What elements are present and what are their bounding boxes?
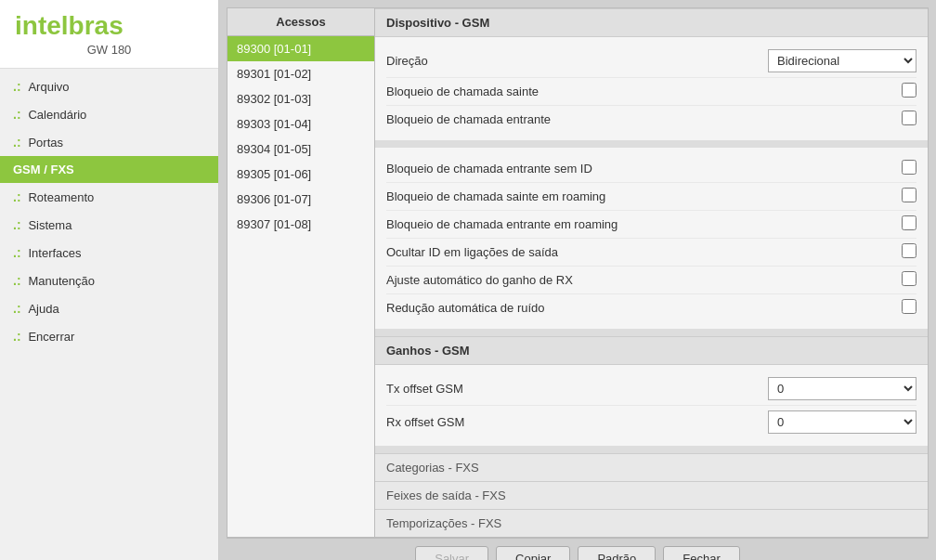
dispositivo-gsm-header: Dispositivo - GSM [375, 8, 928, 37]
logo-area: intelbras GW 180 [0, 0, 218, 69]
sidebar-item-label: Manutenção [28, 274, 95, 288]
feixes-saida-fxs-section[interactable]: Feixes de saída - FXS [375, 481, 928, 509]
sidebar: intelbras GW 180 .: Arquivo .: Calendári… [0, 0, 219, 560]
bloqueio-entrante-control [902, 111, 916, 128]
dispositivo-gsm-section2: Bloqueio de chamada entrante sem ID Bloq… [375, 148, 928, 329]
sidebar-item-label: Ajuda [28, 302, 58, 316]
bloqueio-entrante-row: Bloqueio de chamada entrante [386, 106, 916, 133]
ganhos-gsm-header: Ganhos - GSM [375, 336, 928, 365]
dot-icon: .: [13, 107, 24, 122]
settings-panel: Dispositivo - GSM Direção Bidirecional E… [375, 7, 929, 538]
tx-offset-control: 0 1 2 -1 -2 [768, 377, 916, 400]
inner-panel: Acessos 89300 [01-01] 89301 [01-02] 8930… [227, 7, 929, 538]
direcao-select[interactable]: Bidirecional Entrada Saída [768, 49, 916, 72]
app-container: intelbras GW 180 .: Arquivo .: Calendári… [0, 0, 936, 560]
bloqueio-sainte-roaming-checkbox[interactable] [902, 188, 916, 202]
sidebar-item-roteamento[interactable]: .: Roteamento [0, 183, 218, 211]
nav-menu: .: Arquivo .: Calendário .: Portas GSM /… [0, 69, 218, 560]
ocultar-id-row: Ocultar ID em ligações de saída [386, 239, 916, 267]
bloqueio-sainte-roaming-label: Bloqueio de chamada sainte em roaming [386, 189, 902, 203]
dot-icon: .: [13, 189, 24, 204]
bottom-toolbar: Salvar Copiar Padrão Fechar [227, 538, 929, 560]
copiar-button[interactable]: Copiar [496, 546, 570, 560]
acessos-panel: Acessos 89300 [01-01] 89301 [01-02] 8930… [227, 7, 375, 538]
direcao-control: Bidirecional Entrada Saída [768, 49, 916, 72]
sidebar-item-label: Calendário [28, 108, 86, 122]
ocultar-id-control [902, 243, 916, 261]
dot-icon: .: [13, 301, 24, 316]
categorias-fxs-section[interactable]: Categorias - FXS [375, 453, 928, 481]
sidebar-item-label: Portas [28, 136, 63, 150]
sidebar-item-calendario[interactable]: .: Calendário [0, 100, 218, 128]
fechar-button[interactable]: Fechar [663, 546, 739, 560]
acessos-item-89304[interactable]: 89304 [01-05] [228, 137, 374, 162]
rx-offset-select[interactable]: 0 1 2 -1 -2 [768, 410, 916, 434]
sidebar-item-encerrar[interactable]: .: Encerrar [0, 322, 218, 350]
sidebar-item-arquivo[interactable]: .: Arquivo [0, 72, 218, 100]
bloqueio-entrante-roaming-label: Bloqueio de chamada entrante em roaming [386, 217, 902, 231]
rx-offset-control: 0 1 2 -1 -2 [768, 410, 916, 434]
dot-icon: .: [13, 273, 24, 288]
dot-icon: .: [13, 217, 24, 232]
acessos-item-89307[interactable]: 89307 [01-08] [228, 212, 374, 237]
bloqueio-sainte-label: Bloqueio de chamada sainte [386, 85, 902, 98]
sidebar-item-ajuda[interactable]: .: Ajuda [0, 294, 218, 322]
direcao-row: Direção Bidirecional Entrada Saída [386, 45, 916, 78]
sidebar-item-label: Roteamento [28, 190, 94, 204]
ganhos-gsm-section: Tx offset GSM 0 1 2 -1 -2 [375, 365, 928, 446]
reducao-ruido-checkbox[interactable] [902, 299, 916, 314]
bloqueio-entrante-roaming-row: Bloqueio de chamada entrante em roaming [386, 211, 916, 239]
main-layout: intelbras GW 180 .: Arquivo .: Calendári… [0, 0, 936, 560]
acessos-item-89305[interactable]: 89305 [01-06] [228, 162, 374, 187]
padrao-button[interactable]: Padrão [578, 546, 656, 560]
direcao-label: Direção [386, 54, 768, 68]
rx-offset-row: Rx offset GSM 0 1 2 -1 -2 [386, 406, 916, 438]
reducao-ruido-row: Redução automática de ruído [386, 294, 916, 321]
ocultar-id-checkbox[interactable] [902, 243, 916, 258]
ajuste-ganho-rx-checkbox[interactable] [902, 271, 916, 286]
sidebar-item-label: Sistema [28, 218, 72, 232]
bloqueio-entrante-roaming-checkbox[interactable] [902, 215, 916, 230]
bloqueio-sainte-row: Bloqueio de chamada sainte [386, 78, 916, 106]
spacer1 [375, 140, 928, 148]
bloqueio-sem-id-row: Bloqueio de chamada entrante sem ID [386, 155, 916, 183]
ajuste-ganho-rx-row: Ajuste automático do ganho de RX [386, 267, 916, 294]
temporizacoes-fxs-section[interactable]: Temporizações - FXS [375, 509, 928, 537]
dot-icon: .: [13, 329, 24, 344]
bloqueio-entrante-checkbox[interactable] [902, 111, 916, 125]
bloqueio-sem-id-label: Bloqueio de chamada entrante sem ID [386, 162, 902, 176]
tx-offset-select[interactable]: 0 1 2 -1 -2 [768, 377, 916, 400]
logo-model: GW 180 [15, 43, 203, 57]
acessos-header: Acessos [228, 8, 374, 36]
sidebar-item-manutencao[interactable]: .: Manutenção [0, 267, 218, 294]
dot-icon: .: [13, 245, 24, 260]
bloqueio-entrante-label: Bloqueio de chamada entrante [386, 112, 902, 126]
sidebar-item-label: Arquivo [28, 80, 69, 94]
salvar-button[interactable]: Salvar [415, 546, 488, 560]
sidebar-item-sistema[interactable]: .: Sistema [0, 211, 218, 239]
reducao-ruido-label: Redução automática de ruído [386, 301, 902, 315]
bloqueio-sem-id-checkbox[interactable] [902, 160, 916, 175]
acessos-item-89301[interactable]: 89301 [01-02] [228, 61, 374, 86]
spacer2 [375, 329, 928, 336]
tx-offset-label: Tx offset GSM [386, 382, 768, 396]
bloqueio-sainte-roaming-control [902, 188, 916, 205]
ajuste-ganho-rx-control [902, 271, 916, 289]
logo: intelbras [15, 11, 203, 41]
bloqueio-sainte-control [902, 83, 916, 100]
sidebar-item-gsm-fxs[interactable]: GSM / FXS [0, 156, 218, 183]
sidebar-item-label: Encerrar [28, 330, 74, 344]
bloqueio-entrante-roaming-control [902, 215, 916, 233]
sidebar-item-label: Interfaces [28, 246, 81, 260]
sidebar-item-portas[interactable]: .: Portas [0, 128, 218, 156]
sidebar-item-interfaces[interactable]: .: Interfaces [0, 239, 218, 267]
ajuste-ganho-rx-label: Ajuste automático do ganho de RX [386, 273, 902, 287]
ocultar-id-label: Ocultar ID em ligações de saída [386, 245, 902, 259]
acessos-item-89306[interactable]: 89306 [01-07] [228, 187, 374, 212]
acessos-item-89302[interactable]: 89302 [01-03] [228, 86, 374, 111]
acessos-item-89300[interactable]: 89300 [01-01] [228, 36, 374, 61]
acessos-item-89303[interactable]: 89303 [01-04] [228, 111, 374, 137]
tx-offset-row: Tx offset GSM 0 1 2 -1 -2 [386, 372, 916, 406]
dispositivo-gsm-section: Direção Bidirecional Entrada Saída Bloqu… [375, 37, 928, 140]
bloqueio-sainte-checkbox[interactable] [902, 83, 916, 98]
